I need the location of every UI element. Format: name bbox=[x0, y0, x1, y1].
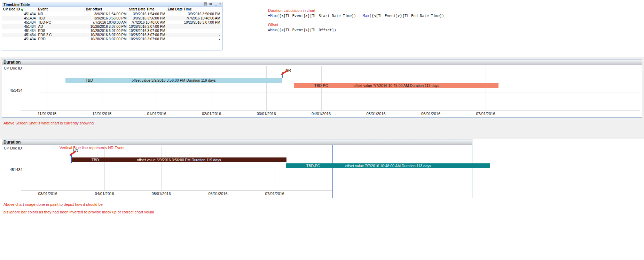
duration-chart-caption[interactable]: Duration bbox=[2, 139, 472, 145]
table-cell[interactable]: 451434 bbox=[2, 16, 37, 20]
bar-event-name: TBD bbox=[92, 158, 99, 162]
formula-token: ({<[TL Event]>}[TL End Date Time]) bbox=[369, 14, 444, 18]
gantt-bar-tbd-pc[interactable]: TBD-PC offset value 7/7/2016 10:48:00 AM… bbox=[294, 83, 498, 88]
y-axis-title: CP Doc ID bbox=[4, 146, 22, 150]
column-header[interactable]: Start Date Time bbox=[128, 7, 166, 12]
table-cell[interactable]: 451434 bbox=[2, 12, 37, 16]
bar-event-name: TBD-PC bbox=[306, 164, 320, 168]
table-cell[interactable]: TBD bbox=[37, 16, 85, 20]
column-header[interactable]: Bar offset bbox=[85, 7, 128, 12]
plot-right-border-line bbox=[332, 145, 333, 198]
gridline bbox=[161, 146, 162, 190]
table-cell[interactable]: - bbox=[166, 37, 221, 41]
duration-chart-mockup: Duration CP Doc ID Vertical Blue line re… bbox=[2, 139, 472, 198]
gridline bbox=[376, 66, 376, 111]
table-cell[interactable]: 451434 bbox=[2, 29, 37, 33]
x-axis-label: 03/01/2016 bbox=[32, 192, 63, 196]
note-paint-mockup: Above chart image done in paint to depic… bbox=[3, 202, 103, 206]
table-cell[interactable]: 10/28/2016 3:07:00 PM bbox=[85, 24, 128, 29]
offset-formula: =Max({<[TL Event]>}[TL Offset]) bbox=[268, 28, 444, 32]
column-header[interactable]: CP Doc ID bbox=[2, 7, 37, 12]
table-cell[interactable]: 451434 bbox=[2, 24, 37, 29]
table-row: 451434EDS10/28/2016 3:07:00 PM10/28/2016… bbox=[2, 29, 221, 33]
x-axis-label: 01/01/2016 bbox=[141, 112, 172, 116]
table-cell[interactable]: 451434 bbox=[2, 20, 37, 24]
table-cell[interactable]: 7/7/2016 10:48:00 AM bbox=[166, 16, 221, 20]
table-cell[interactable]: 10/28/2016 3:07:00 PM bbox=[85, 29, 128, 33]
table-cell[interactable]: - bbox=[166, 24, 221, 29]
table-cell[interactable]: 10/28/2016 3:07:00 PM bbox=[166, 20, 221, 24]
table-cell[interactable]: PRD bbox=[37, 37, 85, 41]
gridline bbox=[104, 146, 105, 190]
note-blue-line: Vertical Blue line represents NR Event bbox=[60, 146, 124, 150]
table-cell[interactable]: 10/28/2016 3:07:00 PM bbox=[128, 33, 166, 37]
timeline-table-caption[interactable]: TimeLine Table XL _ □ bbox=[2, 2, 222, 7]
table-cell[interactable]: EDS 2 C bbox=[37, 33, 85, 37]
table-cell[interactable]: 3/9/2016 3:56:00 PM bbox=[128, 16, 166, 20]
bar-event-name: TBD-PC bbox=[314, 83, 328, 88]
gantt-bar-tbd[interactable]: TBD offset value 3/9/2016 3:56:00 PM Dur… bbox=[71, 157, 286, 162]
timeline-table-title: TimeLine Table bbox=[3, 2, 30, 7]
table-cell[interactable]: 451434 bbox=[2, 37, 37, 41]
table-cell[interactable]: 10/28/2016 3:07:00 PM bbox=[85, 33, 128, 37]
table-cell[interactable]: 7/7/2016 10:48:00 AM bbox=[128, 20, 166, 24]
table-cell[interactable]: TBD-PC bbox=[37, 20, 85, 24]
gantt-bar-tbd[interactable]: TBD offset value 3/9/2016 3:56:00 PM Dur… bbox=[65, 78, 282, 83]
x-axis-label: 06/01/2016 bbox=[415, 112, 447, 116]
print-icon[interactable] bbox=[204, 2, 207, 7]
gridline bbox=[321, 66, 322, 111]
table-cell[interactable]: - bbox=[166, 33, 221, 37]
table-cell[interactable]: 3/9/2016 3:56:00 PM bbox=[85, 16, 128, 20]
formula-token: ({<[TL Event]>}[TL Offset]) bbox=[277, 28, 336, 32]
table-cell[interactable]: 10/28/2016 3:07:00 PM bbox=[85, 37, 128, 41]
maximize-icon[interactable]: □ bbox=[219, 3, 221, 6]
x-axis-label: 07/01/2016 bbox=[470, 112, 501, 116]
formula-token: Max bbox=[270, 14, 277, 18]
excel-export-icon[interactable]: XL bbox=[209, 3, 213, 6]
table-header-row: CP Doc IDEventBar offsetStart Date TimeE… bbox=[2, 7, 221, 12]
table-cell[interactable]: 451434 bbox=[2, 33, 37, 37]
column-header[interactable]: Event bbox=[37, 7, 85, 12]
formula-token: Max bbox=[270, 28, 277, 32]
horizontal-gridline bbox=[40, 171, 332, 171]
x-axis-label: 07/01/2016 bbox=[259, 192, 290, 196]
formula-token: Max bbox=[363, 14, 369, 18]
x-axis-line bbox=[21, 111, 640, 111]
table-cell[interactable]: EDS bbox=[37, 29, 85, 33]
duration-chart-caption[interactable]: Duration bbox=[2, 59, 642, 65]
table-row: 451434EDS 2 C10/28/2016 3:07:00 PM10/28/… bbox=[2, 33, 221, 37]
note-ignore-colors: pls ignore bar colors as they had been i… bbox=[3, 210, 154, 214]
gridline bbox=[431, 66, 431, 111]
table-row: 451434PRD10/28/2016 3:07:00 PM10/28/2016… bbox=[2, 37, 221, 41]
table-cell[interactable]: NR bbox=[37, 12, 85, 16]
y-axis-title: CP Doc ID bbox=[4, 66, 22, 70]
minimize-icon[interactable]: _ bbox=[215, 3, 217, 6]
table-cell[interactable]: 10/28/2016 3:07:00 PM bbox=[128, 37, 166, 41]
table-cell[interactable]: 10/28/2016 3:07:00 PM bbox=[128, 24, 166, 29]
table-row: 451434AD10/28/2016 3:07:00 PM10/28/2016 … bbox=[2, 24, 221, 29]
gridline bbox=[102, 66, 102, 111]
x-axis-label: 12/01/2015 bbox=[86, 112, 118, 116]
table-row: 451434NR3/9/2016 1:54:00 PM3/9/2016 1:54… bbox=[2, 12, 221, 16]
horizontal-gridline bbox=[40, 92, 640, 92]
x-axis-label: 05/01/2016 bbox=[146, 192, 177, 196]
table-cell[interactable]: 3/9/2016 3:56:00 PM bbox=[166, 12, 221, 16]
chart-plot-area: CP Doc ID 451434 NR TBD offset value 3/9… bbox=[2, 65, 642, 117]
x-axis-label: 05/01/2016 bbox=[360, 112, 392, 116]
table-cell[interactable]: 3/9/2016 1:54:00 PM bbox=[128, 12, 166, 16]
formula-annotations: Duration calculation in chart =Max({<[TL… bbox=[268, 8, 444, 37]
x-axis-label: 04/01/2016 bbox=[89, 192, 120, 196]
table-cell[interactable]: AD bbox=[37, 24, 85, 29]
column-header[interactable]: End Date Time bbox=[166, 7, 221, 12]
x-axis-label: 06/01/2016 bbox=[202, 192, 234, 196]
gridline bbox=[212, 66, 212, 111]
x-axis-label: 03/01/2016 bbox=[251, 112, 282, 116]
table-cell[interactable]: 7/7/2016 10:48:00 AM bbox=[85, 20, 128, 24]
x-axis-label: 04/01/2016 bbox=[306, 112, 337, 116]
table-cell[interactable]: - bbox=[166, 29, 221, 33]
duration-chart-current: Duration CP Doc ID 451434 NR TBD offset … bbox=[2, 59, 642, 117]
table-cell[interactable]: 3/9/2016 1:54:00 PM bbox=[85, 12, 128, 16]
table-cell[interactable]: 10/28/2016 3:07:00 PM bbox=[128, 29, 166, 33]
chart-plot-area: CP Doc ID Vertical Blue line represents … bbox=[2, 145, 472, 198]
gantt-bar-tbd-pc[interactable]: TBD-PC offset value 7/7/2016 10:48:00 AM… bbox=[286, 163, 490, 168]
